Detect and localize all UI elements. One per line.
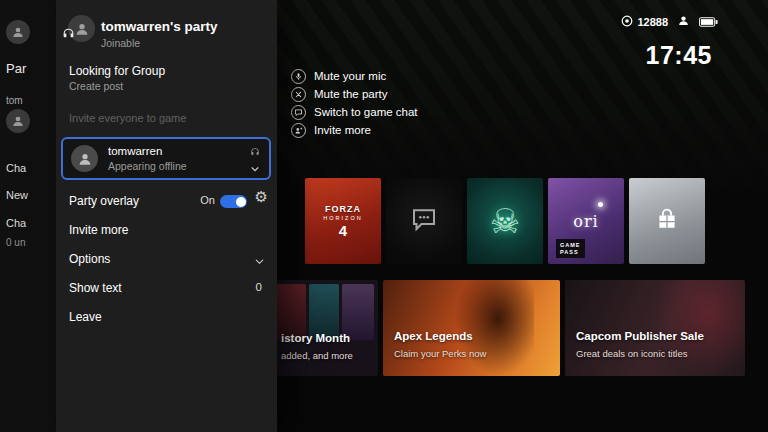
- clock: 17:45: [646, 41, 712, 70]
- mic-icon: [291, 69, 306, 84]
- banner-title: Capcom Publisher Sale: [576, 330, 704, 342]
- tile-sea-of-thieves[interactable]: ☠: [467, 178, 543, 264]
- truncated-label: Cha: [6, 162, 26, 174]
- invite-everyone-label: Invite everyone to game: [69, 112, 186, 124]
- banner-subtitle: added, and more: [281, 350, 353, 361]
- menu-item-mute-your-mic[interactable]: Mute your mic: [291, 68, 386, 84]
- lfg-label[interactable]: Looking for Group: [69, 64, 165, 78]
- status-bar: 12888: [621, 13, 718, 31]
- capcom-characters-image: [655, 280, 745, 376]
- menu-item-label: Switch to game chat: [314, 106, 418, 118]
- banner-subtitle: Great deals on iconic titles: [576, 348, 687, 359]
- chevron-down-icon: [254, 253, 265, 271]
- gear-icon[interactable]: ⚙: [255, 190, 268, 205]
- truncated-label: New: [6, 189, 28, 201]
- badge-line: GAME: [560, 242, 581, 248]
- member-avatar: [71, 145, 98, 172]
- chevron-down-icon[interactable]: [250, 160, 260, 178]
- headset-icon: [250, 143, 260, 161]
- banner-title: istory Month: [281, 332, 350, 344]
- coin-icon: [621, 15, 633, 29]
- menu-item-label: Mute your mic: [314, 70, 386, 82]
- ori-spirit-icon: [598, 202, 603, 207]
- menu-item-switch-to-game-chat[interactable]: Switch to game chat: [291, 104, 418, 120]
- party-overlay-state: On: [200, 194, 215, 206]
- banner-subtitle: Claim your Perks now: [394, 348, 486, 359]
- tile-chat[interactable]: [386, 178, 462, 264]
- game-chat-icon: [291, 105, 306, 120]
- speech-bubble-icon: [409, 204, 439, 238]
- tile-microsoft-store[interactable]: [629, 178, 705, 264]
- options-button[interactable]: Options: [69, 252, 110, 266]
- invite-more-icon: [291, 123, 306, 138]
- apex-character-image: [454, 280, 534, 376]
- member-name: tomwarren: [108, 145, 162, 157]
- member-status: Appearing offline: [108, 160, 187, 172]
- skull-icon: ☠: [490, 201, 520, 241]
- credits-counter: 12888: [621, 15, 668, 29]
- badge-line: PASS: [560, 249, 581, 255]
- party-overlay-label: Party overlay: [69, 194, 139, 208]
- tile-forza-horizon-4[interactable]: FORZA HORIZON 4: [305, 178, 381, 264]
- invite-more-button[interactable]: Invite more: [69, 223, 128, 237]
- mute-party-icon: [291, 87, 306, 102]
- party-joinable-status: Joinable: [101, 37, 140, 49]
- menu-item-label: Invite more: [314, 124, 371, 136]
- party-overlay-toggle[interactable]: [220, 195, 247, 208]
- party-flyout-panel: tomwarren's party Joinable Looking for G…: [56, 0, 277, 432]
- truncated-label: tom: [6, 95, 23, 106]
- menu-item-invite-more[interactable]: Invite more: [291, 122, 371, 138]
- store-icon: [653, 205, 681, 237]
- banner-apex-legends[interactable]: Apex Legends Claim your Perks now: [383, 280, 560, 376]
- party-app-background-panel: Par tom Cha New Cha 0 un: [0, 0, 56, 432]
- show-text-value: 0: [256, 281, 262, 293]
- headset-icon: [62, 26, 75, 44]
- lfg-create-post[interactable]: Create post: [69, 80, 123, 92]
- tile-label: 4: [339, 222, 347, 239]
- avatar: [6, 20, 30, 44]
- party-title: tomwarren's party: [101, 19, 218, 34]
- toggle-knob: [236, 197, 246, 207]
- menu-item-mute-the-party[interactable]: Mute the party: [291, 86, 388, 102]
- truncated-label: Cha: [6, 217, 26, 229]
- banner-capcom-sale[interactable]: Capcom Publisher Sale Great deals on ico…: [565, 280, 745, 376]
- leave-button[interactable]: Leave: [69, 310, 102, 324]
- truncated-label: 0 un: [6, 237, 25, 248]
- game-pass-badge: GAME PASS: [556, 239, 585, 258]
- profile-status-icon: [677, 13, 690, 31]
- battery-icon: [699, 13, 718, 31]
- banner-title: Apex Legends: [394, 330, 473, 342]
- menu-item-label: Mute the party: [314, 88, 388, 100]
- avatar: [6, 109, 30, 133]
- tile-label: FORZA: [325, 204, 361, 214]
- credits-value: 12888: [637, 16, 668, 28]
- party-member-card[interactable]: tomwarren Appearing offline: [61, 137, 271, 180]
- show-text-button[interactable]: Show text: [69, 281, 122, 295]
- truncated-label: Par: [6, 61, 26, 76]
- tile-label: HORIZON: [323, 215, 362, 221]
- tile-label: ori: [573, 212, 598, 231]
- tile-ori[interactable]: ori GAME PASS: [548, 178, 624, 264]
- xbox-dashboard: FORZA HORIZON 4 ☠ ori GAME PASS istory M…: [0, 0, 768, 432]
